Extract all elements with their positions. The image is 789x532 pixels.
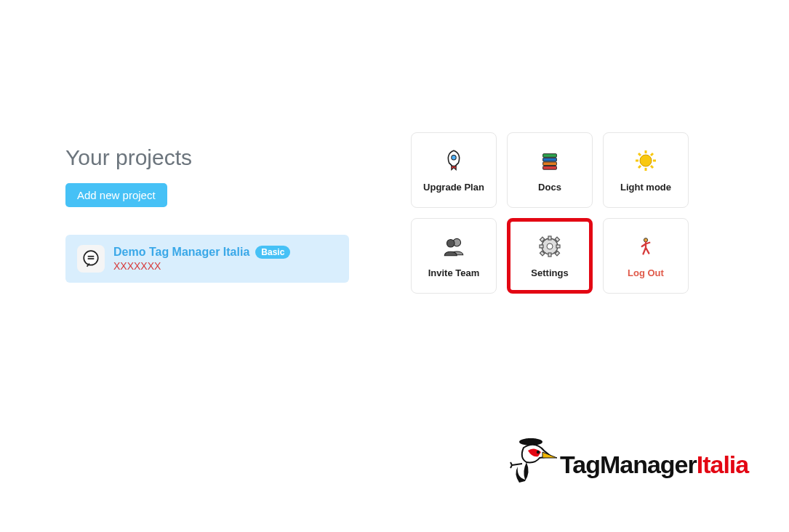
settings-tile[interactable]: Settings (507, 218, 593, 294)
project-title: Demo Tag Manager Italia (113, 246, 249, 259)
svg-rect-21 (548, 236, 551, 240)
svg-point-8 (640, 155, 652, 166)
sun-icon (633, 148, 658, 173)
tile-label: Upgrade Plan (423, 182, 484, 193)
svg-rect-22 (548, 253, 551, 257)
tile-label: Light mode (620, 182, 671, 193)
books-icon (537, 148, 562, 173)
upgrade-plan-tile[interactable]: Upgrade Plan (411, 132, 497, 208)
svg-point-20 (547, 243, 553, 249)
log-out-tile[interactable]: Log Out (603, 218, 689, 294)
brand-logo: TagManagerItalia (509, 436, 748, 493)
svg-point-3 (452, 155, 456, 159)
project-info: Demo Tag Manager Italia Basic XXXXXXX (113, 246, 290, 272)
brand-text-1: TagManager (560, 451, 697, 478)
svg-marker-32 (542, 452, 557, 458)
svg-line-36 (510, 465, 512, 468)
person-walking-icon (633, 234, 658, 259)
tile-label: Docs (538, 182, 561, 193)
svg-rect-5 (543, 158, 557, 161)
svg-point-0 (84, 251, 98, 265)
svg-line-16 (651, 153, 653, 156)
actions-grid: Upgrade Plan Docs (411, 132, 689, 294)
svg-rect-31 (528, 438, 534, 441)
svg-rect-4 (543, 153, 557, 157)
project-card[interactable]: Demo Tag Manager Italia Basic XXXXXXX (65, 235, 349, 283)
add-new-project-button[interactable]: Add new project (65, 183, 167, 207)
tile-label: Invite Team (428, 267, 480, 278)
tile-label: Log Out (628, 267, 664, 278)
team-icon (441, 234, 466, 259)
tile-label: Settings (531, 267, 568, 278)
svg-line-35 (510, 462, 512, 465)
docs-tile[interactable]: Docs (507, 132, 593, 208)
light-mode-tile[interactable]: Light mode (603, 132, 689, 208)
chat-bubble-icon (77, 245, 105, 273)
svg-rect-6 (543, 161, 557, 165)
svg-point-33 (537, 451, 540, 454)
svg-line-15 (638, 166, 641, 168)
svg-rect-23 (540, 245, 543, 248)
svg-line-13 (638, 153, 641, 156)
plan-badge: Basic (255, 246, 290, 259)
svg-point-18 (446, 239, 454, 247)
svg-rect-7 (543, 166, 557, 169)
invite-team-tile[interactable]: Invite Team (411, 218, 497, 294)
project-subtitle: XXXXXXX (113, 260, 290, 272)
brand-text-2: Italia (697, 451, 748, 478)
page-title: Your projects (65, 145, 349, 170)
svg-line-34 (512, 464, 522, 465)
projects-panel: Your projects Add new project Demo Tag M… (65, 145, 349, 283)
gear-icon (537, 234, 562, 259)
woodpecker-icon (509, 436, 558, 493)
rocket-icon (441, 148, 466, 173)
svg-line-14 (651, 166, 653, 168)
svg-rect-24 (556, 245, 560, 248)
